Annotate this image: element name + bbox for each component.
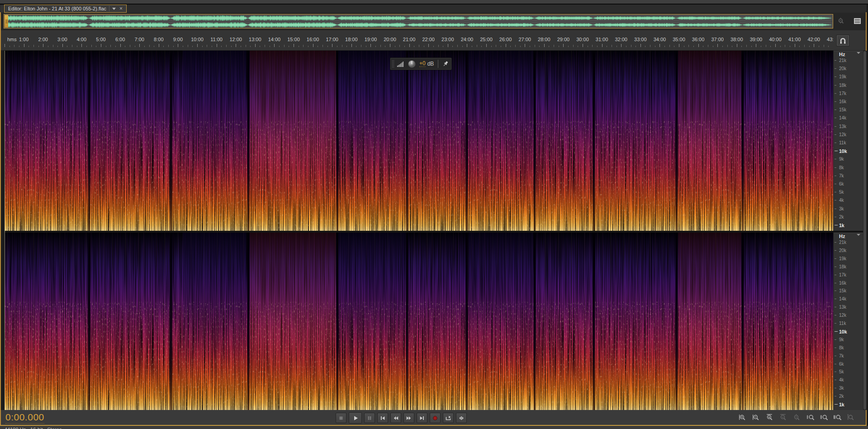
ruler-tick <box>332 44 332 47</box>
ruler-tick <box>33 45 34 47</box>
high-energy-region <box>250 51 336 231</box>
close-icon[interactable]: × <box>119 6 123 11</box>
freq-scale-label: 18k <box>839 264 846 269</box>
tab-editor-file[interactable]: Editor: Elton John - 21 At 33 (800 055-2… <box>4 5 127 13</box>
freq-scale-tick <box>835 110 836 110</box>
freq-scale-tick <box>835 291 836 291</box>
ruler-tick <box>414 46 414 47</box>
ruler-tick <box>631 45 631 47</box>
ruler-tick <box>828 46 829 47</box>
freq-scale-label: 15k <box>839 288 846 293</box>
ruler-tick <box>395 46 395 47</box>
skip-selection-button[interactable] <box>456 413 467 423</box>
skip-to-start-button[interactable] <box>377 413 388 423</box>
low-energy-region <box>338 51 405 231</box>
low-energy-region <box>469 233 533 410</box>
ruler-tick <box>640 44 641 47</box>
spectral-display-area: Hz21k20k19k18k17k16k15k14k13k12k11k10k9k… <box>1 51 866 410</box>
ruler-time-label: 17:00 <box>326 37 338 42</box>
zoom-in-h-icon <box>766 414 773 421</box>
ruler-tick <box>501 46 501 47</box>
ruler-tick <box>766 45 766 47</box>
zoom-in-horizontal-button[interactable] <box>764 413 774 422</box>
chevron-down-icon[interactable] <box>112 8 116 10</box>
ruler-tick <box>607 46 607 47</box>
ruler-tick <box>125 46 125 47</box>
ruler-tick <box>380 45 381 47</box>
ruler-tick <box>795 44 795 47</box>
freq-scale-tick <box>835 315 836 315</box>
scrollbar-thumb[interactable] <box>863 51 866 410</box>
freq-scale-tick <box>835 258 836 259</box>
hud-grip-icon[interactable] <box>392 60 394 68</box>
ruler-tick <box>433 46 434 47</box>
ruler-time-label: 2:00 <box>38 37 47 42</box>
fast-forward-button[interactable] <box>403 413 414 423</box>
skip-end-icon <box>419 415 425 421</box>
skip-to-end-button[interactable] <box>417 413 427 423</box>
frequency-scale-right[interactable]: Hz21k20k19k18k17k16k15k14k13k12k11k10k9k… <box>833 233 863 410</box>
vertical-scrollbar[interactable] <box>863 51 867 410</box>
ruler-tick <box>67 46 67 47</box>
ruler-tick <box>14 45 14 47</box>
panel-menu-icon[interactable] <box>852 16 862 25</box>
ruler-tick <box>780 46 781 47</box>
zoom-out-horizontal-button[interactable] <box>778 413 788 422</box>
zoom-out-full-button[interactable] <box>792 413 802 422</box>
ruler-tick <box>346 46 347 47</box>
waveform-overview-strip[interactable] <box>4 14 833 29</box>
zoom-out-vertical-button[interactable] <box>751 413 761 422</box>
ruler-tick <box>356 46 356 47</box>
ruler-time-label: 19:00 <box>365 37 377 42</box>
volume-hud[interactable]: +0 dB <box>390 57 452 70</box>
gain-value[interactable]: +0 <box>419 61 426 67</box>
ruler-tick <box>81 44 82 47</box>
ruler-time-label: 24:00 <box>461 37 474 42</box>
zoom-out-full-icon[interactable] <box>836 16 846 25</box>
zoom-sel-icon <box>834 414 841 421</box>
freq-scale-tick <box>835 380 836 380</box>
zoom-selection-button[interactable] <box>832 413 842 422</box>
ruler-tick <box>375 46 376 47</box>
ruler-time-label: 30:00 <box>576 37 589 42</box>
spectrogram-channel-left[interactable] <box>5 51 833 231</box>
playhead-time-display[interactable]: 0:00.000 <box>5 412 44 424</box>
scale-options-icon[interactable] <box>857 234 860 236</box>
zoom-out-point-button[interactable] <box>819 413 829 422</box>
record-button[interactable] <box>430 413 441 423</box>
ruler-tick <box>554 45 554 47</box>
gain-knob-icon[interactable] <box>408 60 416 68</box>
playhead-line <box>5 51 5 410</box>
pin-icon[interactable] <box>442 61 449 67</box>
loop-playback-button[interactable] <box>443 413 454 423</box>
ruler-tick <box>110 45 111 47</box>
ruler-tick <box>289 46 289 47</box>
freq-scale-tick <box>835 299 836 299</box>
ruler-tick <box>655 46 655 47</box>
play-button[interactable] <box>349 412 362 424</box>
zoom-in-point-button[interactable] <box>805 413 815 422</box>
stop-button[interactable] <box>336 413 346 423</box>
panel-grip-icon[interactable] <box>0 5 4 12</box>
freq-scale-tick <box>835 85 836 86</box>
freq-scale-tick <box>835 388 836 388</box>
ruler-tick <box>592 45 593 47</box>
pause-button[interactable] <box>364 413 375 423</box>
timeline-ruler[interactable]: hms 1:002:003:004:005:006:007:008:009:00… <box>1 30 866 51</box>
timeline-track[interactable]: hms 1:002:003:004:005:006:007:008:009:00… <box>5 30 833 51</box>
frequency-scale-left[interactable]: Hz21k20k19k18k17k16k15k14k13k12k11k10k9k… <box>833 51 863 231</box>
ruler-tick <box>149 45 150 47</box>
freq-scale-label: 2k <box>839 394 844 399</box>
ruler-tick <box>477 45 477 47</box>
ruler-tick <box>650 45 650 47</box>
ruler-tick <box>568 46 569 47</box>
snap-toggle-button[interactable] <box>837 35 849 46</box>
spectrogram-channel-right[interactable] <box>5 233 833 410</box>
zoom-in-vertical-button[interactable] <box>737 413 747 422</box>
zoom-reset-vertical-button[interactable] <box>846 413 856 422</box>
stop-icon <box>338 415 344 421</box>
rewind-button[interactable] <box>390 413 401 423</box>
overview-range-handle[interactable] <box>5 15 8 28</box>
freq-scale-label: 11k <box>839 321 846 326</box>
scale-options-icon[interactable] <box>857 52 860 54</box>
